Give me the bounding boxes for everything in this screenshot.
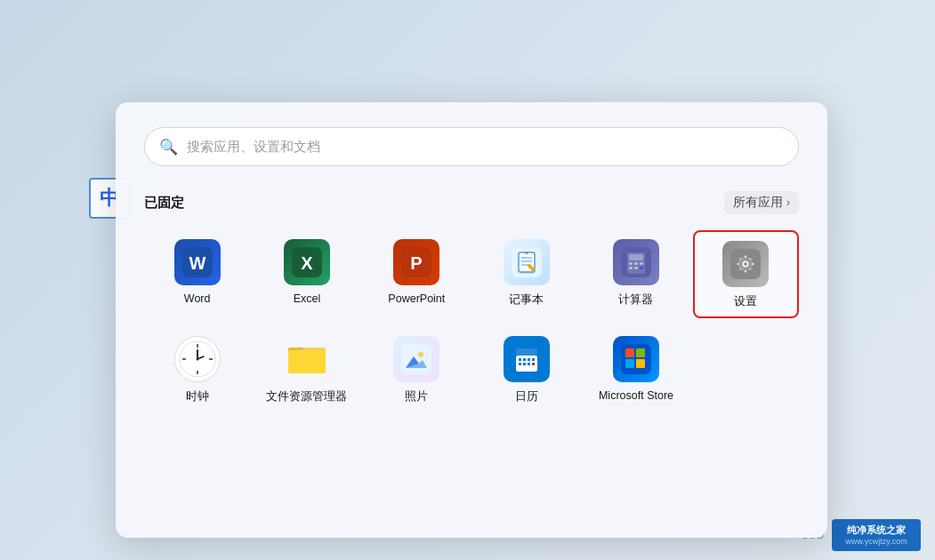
svg-rect-20 [629,267,633,269]
svg-text:P: P [411,253,423,273]
calendar-label: 日历 [515,389,538,404]
all-apps-button[interactable]: 所有应用 › [724,191,799,214]
app-item-calculator[interactable]: 计算器 [583,230,689,318]
svg-rect-53 [636,348,645,357]
app-grid-row1: W Word X Excel [144,230,799,318]
svg-rect-47 [519,363,521,365]
svg-rect-43 [519,358,521,361]
svg-text:X: X [301,253,313,273]
svg-rect-55 [636,359,645,368]
svg-rect-44 [523,358,526,361]
svg-rect-18 [634,262,638,265]
calculator-label: 计算器 [618,292,653,308]
photos-icon [393,336,439,382]
photos-label: 照片 [405,389,428,404]
svg-rect-17 [629,262,633,265]
svg-rect-36 [401,344,431,374]
clock-icon [174,336,221,382]
svg-point-35 [196,358,198,361]
svg-rect-50 [532,363,535,365]
app-item-photos[interactable]: 照片 [364,327,470,412]
powerpoint-icon: P [393,239,439,285]
word-label: Word [184,292,211,305]
svg-rect-19 [640,262,643,265]
watermark-logo-line1: 纯净系统之家 [845,524,907,536]
start-menu: 🔍 搜索应用、设置和文档 已固定 所有应用 › W [116,102,827,538]
search-icon: 🔍 [159,138,178,156]
svg-rect-16 [629,254,643,260]
powerpoint-label: PowerPoint [388,292,445,305]
excel-label: Excel [294,292,321,305]
svg-rect-51 [621,344,651,374]
app-item-settings[interactable]: 设置 [693,230,799,318]
app-item-store[interactable]: Microsoft Store [583,327,689,412]
settings-icon [722,241,769,287]
app-item-calendar[interactable]: 日历 [473,327,579,412]
store-icon [613,336,659,382]
svg-point-9 [525,252,528,254]
svg-point-37 [418,352,423,357]
chevron-right-icon: › [786,196,790,209]
app-item-excel[interactable]: X Excel [254,230,359,318]
clock-label: 时钟 [186,389,209,404]
svg-rect-54 [625,359,634,368]
search-placeholder-text: 搜索应用、设置和文档 [187,139,320,156]
svg-rect-41 [516,348,537,356]
watermark-logo: 纯净系统之家 www.ycwjtzy.com [832,519,921,551]
svg-rect-52 [625,348,634,357]
search-bar[interactable]: 🔍 搜索应用、设置和文档 [144,127,799,166]
all-apps-label: 所有应用 [733,195,783,211]
excel-icon: X [284,239,330,285]
settings-label: 设置 [734,294,757,309]
notepad-label: 记事本 [509,292,544,308]
app-item-clock[interactable]: 时钟 [144,327,250,412]
pinned-title: 已固定 [144,195,184,212]
store-label: Microsoft Store [599,389,673,402]
svg-rect-46 [532,358,535,361]
word-icon: W [174,239,221,285]
pinned-section-header: 已固定 所有应用 › [144,191,799,214]
app-item-powerpoint[interactable]: P PowerPoint [364,230,470,318]
calculator-icon [613,239,659,285]
svg-rect-22 [640,267,643,269]
svg-rect-48 [523,363,526,365]
notepad-icon [504,239,550,285]
app-item-notepad[interactable]: 记事本 [473,230,579,318]
watermark-logo-line2: www.ycwjtzy.com [845,537,907,546]
svg-rect-49 [528,363,530,365]
svg-point-27 [744,262,747,266]
explorer-label: 文件资源管理器 [266,389,347,404]
svg-rect-45 [528,358,530,361]
svg-text:W: W [189,253,206,273]
app-item-word[interactable]: W Word [144,230,250,318]
desktop: 中 🔍 搜索应用、设置和文档 已固定 所有应用 › [0,0,935,560]
svg-rect-21 [634,267,638,269]
app-grid-row2: 时钟 文件资源管理器 [144,327,799,412]
calendar-icon [504,336,550,382]
app-item-explorer[interactable]: 文件资源管理器 [254,327,359,412]
explorer-icon [284,336,330,382]
